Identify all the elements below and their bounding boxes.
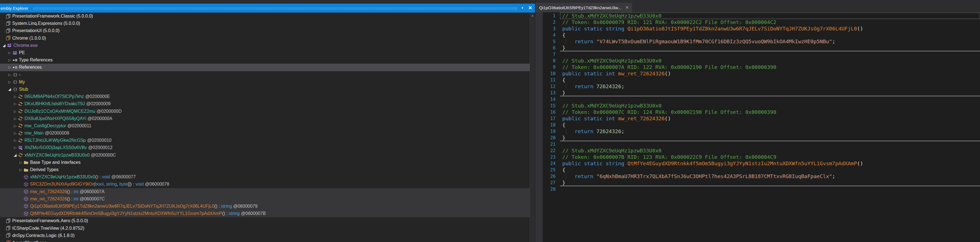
code-line[interactable]: } [560,90,980,96]
tree-row[interactable]: AsyncClient2.exe [0,239,530,242]
code-line[interactable]: return 72624326; [560,83,980,90]
code-line[interactable]: public static int mw_ret_72624326() [560,115,980,122]
expand-expander-icon[interactable]: ▷ [13,95,18,99]
tree-row[interactable]: ▷mw_Main @02000008 [0,130,530,137]
code-line[interactable]: return "V74LWvT5BxOumENlPiRgmaouW1B9K1fM… [560,38,980,45]
expand-expander-icon[interactable]: ▷ [13,138,18,143]
code-line[interactable]: } [560,135,980,141]
code-line[interactable]: // Stub.xMdYZXC9eUqHz1pzwB33U0x0 [560,147,980,154]
panel-menu-dropdown-icon[interactable]: ▼ [521,4,524,13]
document-tab[interactable]: Qi1pO36atio8JtISf9PEy1TdZ8kn2anwU3w... ✕ [535,3,632,12]
assembly-gray-icon [6,233,11,238]
code-line[interactable]: // Token: 0x06000079 RID: 121 RVA: 0x000… [560,19,980,26]
line-number: 9 [543,64,557,71]
code-editor[interactable]: 1234567891011121314151617181920212223242… [535,12,980,242]
code-line[interactable]: { [560,32,980,38]
tree-row[interactable]: ▷DX8u8Jpx0NxHXPQi558yQAYi @0200000A [0,115,530,122]
expand-expander-icon[interactable]: ▷ [7,73,12,77]
tree-row[interactable]: ▷mw_ConfigDecryptor @02000011 [0,122,530,130]
code-line[interactable]: return 72624326; [560,128,980,135]
tab-close-icon[interactable]: ✕ [625,5,629,10]
tree-row[interactable]: ▷References [0,64,530,71]
tree-row[interactable]: ◢{}Stub [0,86,530,93]
code-line[interactable]: // Stub.xMdYZXC9eUqHz1pzwB33U0x0 [560,13,980,19]
expand-expander-icon[interactable]: ▷ [13,124,18,128]
tree-row[interactable]: ▷Type References [0,56,530,64]
tree-row[interactable]: dnSpy.Contracts.Logic (6.1.8.0) [0,232,530,239]
tree-row[interactable]: Qi1pO36atio8JtISf9PEy1TdZ8kn2anwU3w6R7qJ… [0,203,530,210]
tree-row[interactable]: ▷Base Type and Interfaces [0,159,530,166]
tree-row[interactable]: mw_ret_72624326() : int @0600007C [0,196,530,203]
tree-row[interactable]: QtMfYe4EGuydXD9Rtnkk4f5mOm5Bugyi3gYJYyN1… [0,210,530,217]
tree-row[interactable]: Chrome (1.0.0.0) [0,35,530,42]
collapse-expander-icon[interactable]: ◢ [2,43,6,48]
line-number: 21 [543,141,557,147]
expand-expander-icon[interactable]: ▷ [13,109,18,113]
breakpoint-margin[interactable] [535,12,543,242]
tree-row[interactable]: ICSharpCode.TreeView (4.2.0.8752) [0,224,530,232]
panel-close-icon[interactable]: ✕ [528,4,532,13]
tree-row[interactable]: PresentationUI (5.0.0.0) [0,27,530,34]
code-line[interactable]: // Stub.xMdYZXC9eUqHz1pzwB33U0x0 [560,103,980,109]
collapse-expander-icon[interactable]: ◢ [13,153,18,157]
code-line[interactable]: } [560,179,980,186]
code-line[interactable]: public static string Qi1pO36atio8JtISf9P… [560,26,980,32]
class-icon [18,123,23,128]
dnspy-window: embly Explorer ▼ ✕ PresentationFramework… [0,0,980,242]
line-numbers: 1234567891011121314151617181920212223242… [543,13,557,192]
expand-expander-icon[interactable]: ▷ [7,51,12,55]
expand-expander-icon[interactable]: ▷ [7,65,12,69]
code-line[interactable] [560,96,980,103]
code-line[interactable]: // Token: 0x0600007C RID: 124 RVA: 0x000… [560,109,980,115]
line-number: 6 [543,45,557,51]
tree-row[interactable]: ▷PE [0,49,530,56]
tree-row[interactable]: ▷DKxUBHKhfLhdsl6YDxakcT9J @02000009 [0,100,530,107]
expand-expander-icon[interactable]: ▷ [18,168,23,171]
expand-expander-icon[interactable]: ▷ [13,117,18,120]
expand-expander-icon[interactable]: ▷ [7,80,12,84]
document-panel: Qi1pO36atio8JtISf9PEy1TdZ8kn2anwU3w... ✕… [535,0,980,242]
expand-expander-icon[interactable]: ▷ [7,58,12,62]
code-line[interactable] [560,141,980,147]
tree-row[interactable]: ▷XhZMcr5G0Dj3apLXSS0v6VBv @02000012 [0,144,530,151]
tree-item-label: Chrome.exe [13,43,38,48]
tree-row[interactable]: System.Linq.Expressions (5.0.0.0) [0,20,530,27]
tree-row[interactable]: PresentationFramework.Classic (5.0.0.0) [0,13,530,20]
tree-row[interactable]: ▷0i5UM9APNi4xOf7SlCPp7khz @0200000E [0,93,530,100]
code-line[interactable]: public static string QtMfYe4EGuydXD9Rtnk… [560,160,980,167]
tree-row[interactable]: ◢Chrome.exe [0,42,530,49]
expand-expander-icon[interactable]: ▷ [13,131,18,135]
tree-row[interactable]: ◢xMdYZXC9eUqHz1pzwB33U0x0 @0200000C [0,152,530,159]
tree-row[interactable]: ▷{}My [0,79,530,86]
assembly-explorer-header[interactable]: embly Explorer ▼ ✕ [0,4,535,13]
tree-row[interactable]: ▷DUJoBz1CCsOAxMhMQMCEZ2mu @0200000D [0,107,530,115]
tree-row[interactable]: ▷Derived Types [0,166,530,173]
tree-scrollbar[interactable]: ▲ [530,13,535,242]
tree-row[interactable]: PresentationFramework.Aero (5.0.0.0) [0,217,530,224]
code-line[interactable]: // Token: 0x0600007A RID: 122 RVA: 0x000… [560,64,980,71]
tree-row[interactable]: xMdYZXC9eUqHz1pzwB33U0x0() : void @06000… [0,173,530,181]
code-line[interactable]: return "6qNxhBmaU7HR3Trx7QLXbA7fSnJ6uC3O… [560,173,980,179]
code-line[interactable]: { [560,167,980,173]
code-line[interactable]: { [560,77,980,83]
code-line[interactable]: public static int mw_ret_72624326() [560,71,980,77]
code-line[interactable]: { [560,122,980,128]
tree-row[interactable]: ▷R5LTJHclJLiKWtyGkw2NcGSp @02000010 [0,137,530,144]
code-line[interactable]: // Token: 0x0600007B RID: 123 RVA: 0x000… [560,154,980,160]
method-icon [24,175,29,179]
line-number: 8 [543,58,557,64]
tree-row[interactable]: 5RC3ZDm3UNXtAyd9GlGY9iOr(bool, string, b… [0,181,530,188]
expand-expander-icon[interactable]: ▷ [13,102,18,106]
indent-guide [566,129,566,134]
tree-item-label: Base Type and Interfaces [30,160,81,165]
expand-expander-icon[interactable]: ▷ [18,160,23,164]
tree-row[interactable]: mw_ret_72624326() : int @0600007A [0,188,530,196]
scrollbar-up-icon[interactable]: ▲ [530,14,535,17]
expand-expander-icon[interactable]: ▷ [13,146,18,150]
tree-row[interactable]: ▷{}- [0,71,530,79]
code-line[interactable] [560,186,980,192]
collapse-expander-icon[interactable]: ◢ [7,87,12,91]
code-line[interactable]: } [560,45,980,51]
code-line[interactable]: // Stub.xMdYZXC9eUqHz1pzwB33U0x0 [560,58,980,64]
code-line[interactable] [560,51,980,58]
